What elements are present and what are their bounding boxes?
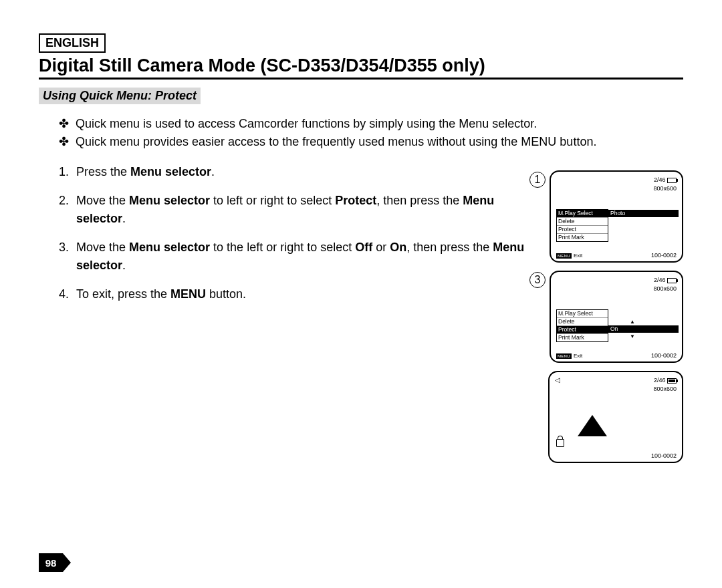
back-icon: ◁ xyxy=(555,376,560,384)
resolution-label: 800x600 xyxy=(653,185,677,192)
step-text: . xyxy=(211,165,215,178)
step-1: 1. Press the Menu selector. xyxy=(59,163,527,181)
menu-item-mplay: M.Play Select xyxy=(557,210,608,218)
step-text-bold: On xyxy=(390,241,406,254)
arrow-up-icon: ▲ xyxy=(630,319,635,325)
play-icon xyxy=(578,415,607,436)
page-number-text: 98 xyxy=(45,557,57,569)
step-number: 1. xyxy=(59,163,72,181)
file-number: 100-0002 xyxy=(651,452,677,459)
bullet-list: ✤ Quick menu is used to access Camcorder… xyxy=(59,115,683,151)
step-text: Move the xyxy=(76,194,129,207)
file-number: 100-0002 xyxy=(651,352,677,359)
screen-label-1: 1 xyxy=(529,172,546,188)
step-text: to the left or right to select xyxy=(210,241,355,254)
menu-value: On xyxy=(608,325,679,333)
bullet-text: Quick menu provides easier access to the… xyxy=(76,133,596,151)
bullet-text: Quick menu is used to access Camcorder f… xyxy=(76,115,537,133)
step-text: . xyxy=(122,212,126,225)
step-text-bold: Protect xyxy=(335,194,376,207)
menu-item-protect: Protect xyxy=(557,226,608,234)
step-text: Move the xyxy=(76,241,129,254)
step-number: 3. xyxy=(59,239,72,275)
bullet-icon: ✤ xyxy=(59,115,69,133)
resolution-label: 800x600 xyxy=(653,285,677,292)
menu-tag: MENU xyxy=(556,353,572,359)
step-4: 4. To exit, press the MENU button. xyxy=(59,285,527,303)
screen-label-3: 3 xyxy=(529,272,546,288)
menu-item-delete: Delete xyxy=(557,318,608,326)
lock-icon xyxy=(556,439,564,447)
menu-item-mplay: M.Play Select xyxy=(557,310,608,318)
image-counter: 2/46 xyxy=(654,176,666,184)
step-number: 2. xyxy=(59,192,72,228)
page-title: Digital Still Camera Mode (SC-D353/D354/… xyxy=(39,55,485,76)
menu-item-protect: Protect xyxy=(557,326,608,334)
step-text: To exit, press the xyxy=(76,287,170,301)
lcd-screen-1: 2/46 800x600 M.Play Select Delete Protec… xyxy=(550,170,683,263)
step-2: 2. Move the Menu selector to left or rig… xyxy=(59,192,527,228)
step-text: , then press the xyxy=(376,194,463,207)
file-number: 100-0002 xyxy=(651,252,677,259)
step-text: or xyxy=(372,241,390,254)
step-text-bold: Menu selector xyxy=(129,194,210,207)
quick-menu: M.Play Select Delete Protect Print Mark xyxy=(556,309,608,342)
exit-label: Exit xyxy=(574,353,582,359)
menu-tag: MENU xyxy=(556,253,572,259)
language-box: ENGLISH xyxy=(39,33,106,53)
menu-item-print: Print Mark xyxy=(557,334,608,341)
step-text-bold: MENU xyxy=(170,287,206,301)
exit-label: Exit xyxy=(574,253,582,259)
battery-icon xyxy=(667,378,677,384)
image-counter: 2/46 xyxy=(654,376,666,385)
battery-icon xyxy=(667,278,677,283)
step-text-bold: Menu selector xyxy=(129,241,210,254)
step-text: , then press the xyxy=(406,241,493,254)
page-number: 98 xyxy=(39,553,71,572)
bullet-icon: ✤ xyxy=(59,133,69,151)
resolution-label: 800x600 xyxy=(653,386,677,392)
screen-illustrations: 1 2/46 800x600 M.Play Select Delete Prot… xyxy=(529,170,683,471)
menu-value: Photo xyxy=(608,210,679,217)
menu-item-delete: Delete xyxy=(557,218,608,226)
step-3: 3. Move the Menu selector to the left or… xyxy=(59,239,527,275)
title-bar: Digital Still Camera Mode (SC-D353/D354/… xyxy=(39,55,683,80)
lcd-screen-result: ◁ 2/46 800x600 100-0002 xyxy=(548,371,683,463)
step-text: . xyxy=(122,259,126,272)
step-number: 4. xyxy=(59,285,72,303)
subheading: Using Quick Menu: Protect xyxy=(39,88,201,104)
step-text-bold: Menu selector xyxy=(130,165,211,178)
step-text-bold: Off xyxy=(355,241,372,254)
arrow-down-icon: ▼ xyxy=(630,333,635,339)
lcd-screen-3: 2/46 800x600 M.Play Select Delete Protec… xyxy=(550,271,683,363)
step-text: to left or right to select xyxy=(210,194,335,207)
step-text: Press the xyxy=(76,165,130,178)
battery-icon xyxy=(667,178,677,183)
step-text: button. xyxy=(206,287,246,301)
quick-menu: M.Play Select Delete Protect Print Mark xyxy=(556,209,608,242)
menu-item-print: Print Mark xyxy=(557,234,608,241)
image-counter: 2/46 xyxy=(654,276,666,285)
